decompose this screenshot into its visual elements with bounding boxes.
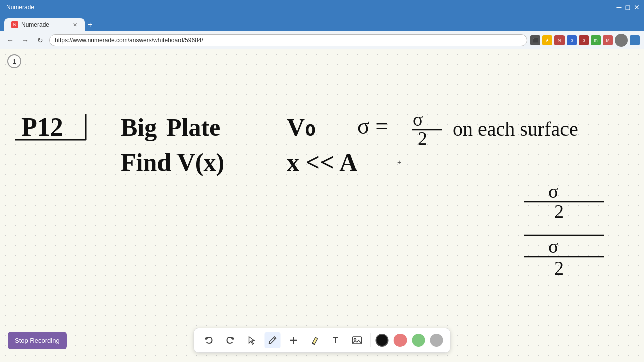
ext4-icon: m xyxy=(591,35,601,45)
color-gray-btn[interactable] xyxy=(430,334,443,347)
maximize-btn[interactable]: □ xyxy=(626,3,630,11)
svg-text:Big: Big xyxy=(121,113,157,141)
svg-text:σ: σ xyxy=(413,109,423,130)
svg-text:Plate: Plate xyxy=(166,113,220,141)
toolbar: T xyxy=(194,328,451,353)
svg-text:P12: P12 xyxy=(21,113,63,141)
handwriting-content: P12 Big Plate V₀ σ = σ 2 on each surface… xyxy=(0,100,644,326)
svg-text:x << A: x << A xyxy=(287,148,357,176)
window-title: Numerade xyxy=(6,4,34,11)
tab-close-btn[interactable]: ✕ xyxy=(73,22,77,28)
active-tab[interactable]: N Numerade ✕ xyxy=(4,18,85,31)
bookmark-icon[interactable]: ★ xyxy=(542,35,552,45)
profile-icon[interactable] xyxy=(615,34,628,47)
minimize-btn[interactable]: ─ xyxy=(617,3,622,11)
gmail-icon: M xyxy=(603,35,613,45)
svg-text:T: T xyxy=(333,336,338,345)
color-green-btn[interactable] xyxy=(412,334,425,347)
title-bar: Numerade ─ □ ✕ xyxy=(0,0,644,14)
text-btn[interactable]: T xyxy=(328,332,344,348)
svg-line-21 xyxy=(274,338,275,339)
tab-title: Numerade xyxy=(21,21,49,28)
highlight-btn[interactable] xyxy=(307,332,323,348)
svg-text:2: 2 xyxy=(554,257,564,279)
tab-favicon: N xyxy=(11,21,18,28)
svg-text:+: + xyxy=(397,158,401,166)
redo-btn[interactable] xyxy=(222,332,238,348)
address-bar[interactable]: https://www.numerade.com/answers/whitebo… xyxy=(49,34,527,46)
svg-text:σ =: σ = xyxy=(357,113,388,139)
refresh-btn[interactable]: ↻ xyxy=(34,34,46,46)
svg-text:2: 2 xyxy=(554,201,564,222)
url-text: https://www.numerade.com/answers/whitebo… xyxy=(55,37,203,44)
svg-text:Find  V(x): Find V(x) xyxy=(121,148,224,176)
ext1-icon: N xyxy=(554,35,565,45)
toolbar-separator xyxy=(370,333,371,347)
pen-btn[interactable] xyxy=(265,332,281,348)
ext5-icon: ⋮ xyxy=(630,35,640,45)
select-btn[interactable] xyxy=(244,332,260,348)
nav-icons: ⬛ ★ N b p m M ⋮ xyxy=(530,34,640,47)
svg-text:on each surface: on each surface xyxy=(453,118,578,140)
svg-text:2: 2 xyxy=(418,128,427,149)
undo-btn[interactable] xyxy=(201,332,217,348)
svg-point-27 xyxy=(354,338,356,340)
color-pink-btn[interactable] xyxy=(394,334,407,347)
svg-text:V₀: V₀ xyxy=(287,113,315,141)
svg-text:σ: σ xyxy=(548,236,558,257)
whiteboard[interactable]: 1 P12 Big Plate V₀ σ = σ 2 on each surfa… xyxy=(0,49,644,362)
image-btn[interactable] xyxy=(349,332,365,348)
close-btn[interactable]: ✕ xyxy=(634,3,640,11)
tab-bar: N Numerade ✕ + xyxy=(0,14,644,31)
page-number: 1 xyxy=(12,58,16,65)
color-black-btn[interactable] xyxy=(376,334,389,347)
back-btn[interactable]: ← xyxy=(4,34,16,46)
new-tab-btn[interactable]: + xyxy=(88,20,92,29)
add-btn[interactable] xyxy=(286,332,302,348)
ext3-icon: p xyxy=(579,35,589,45)
browser-chrome: Numerade ─ □ ✕ N Numerade ✕ + ← → ↻ http… xyxy=(0,0,644,49)
forward-btn[interactable]: → xyxy=(19,34,31,46)
stop-recording-btn[interactable]: Stop Recording xyxy=(8,332,67,349)
svg-text:σ: σ xyxy=(548,180,558,202)
page-indicator: 1 xyxy=(7,54,21,68)
extensions-icon: ⬛ xyxy=(530,35,540,45)
nav-bar: ← → ↻ https://www.numerade.com/answers/w… xyxy=(0,31,644,49)
ext2-icon: b xyxy=(567,35,577,45)
